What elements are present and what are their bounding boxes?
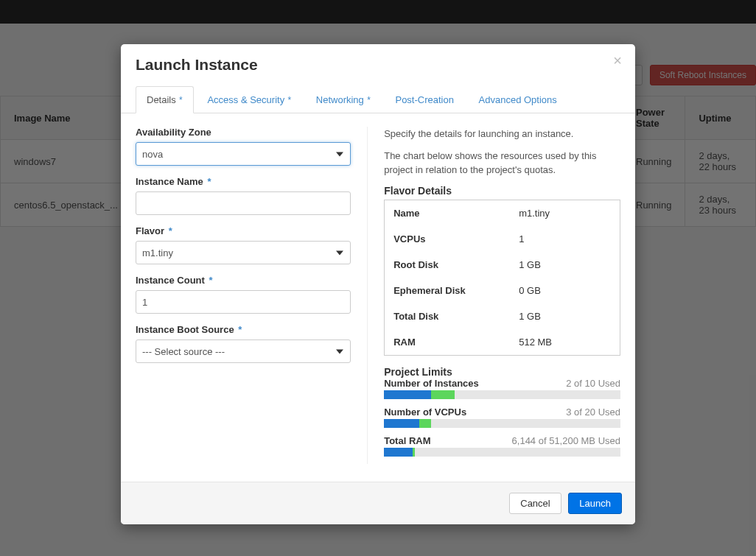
help-text-1: Specify the details for launching an ins… — [384, 127, 620, 141]
modal-tabs: Details * Access & Security * Networking… — [121, 85, 635, 113]
boot-source-label: Instance Boot Source * — [136, 324, 351, 335]
tab-details-label: Details — [147, 94, 176, 105]
instance-name-field[interactable] — [136, 191, 351, 215]
bar-used — [384, 390, 431, 399]
help-text-2: The chart below shows the resources used… — [384, 149, 620, 177]
modal-body: Availability Zone nova Instance Name * F… — [121, 113, 635, 482]
tab-post-label: Post-Creation — [395, 94, 453, 105]
limit-ram-bar — [384, 448, 620, 457]
availability-zone-label: Availability Zone — [136, 127, 351, 138]
close-icon[interactable]: × — [613, 53, 622, 68]
bar-used — [384, 419, 419, 428]
flavor-row-vcpus: VCPUs1 — [385, 226, 620, 252]
tab-advanced-label: Advanced Options — [479, 94, 557, 105]
flavor-row-totaldisk: Total Disk1 GB — [385, 303, 620, 329]
flavor-details-table: Namem1.tiny VCPUs1 Root Disk1 GB Ephemer… — [384, 200, 620, 356]
flavor-row-ram: RAM512 MB — [385, 329, 620, 355]
tab-advanced-options[interactable]: Advanced Options — [468, 86, 568, 113]
modal-overlay[interactable]: Launch Instance × Details * Access & Sec… — [0, 0, 756, 556]
tab-post-creation[interactable]: Post-Creation — [384, 86, 464, 113]
form-column: Availability Zone nova Instance Name * F… — [136, 127, 351, 464]
limit-vcpus-bar — [384, 419, 620, 428]
required-icon: * — [177, 95, 183, 105]
limit-instances-bar — [384, 390, 620, 399]
tab-access-security[interactable]: Access & Security * — [196, 86, 302, 113]
flavor-select[interactable]: m1.tiny — [136, 241, 351, 264]
flavor-row-name: Namem1.tiny — [385, 200, 620, 226]
availability-zone-select[interactable]: nova — [136, 142, 351, 166]
required-icon: * — [365, 95, 371, 105]
info-column: Specify the details for launching an ins… — [367, 127, 620, 464]
bar-used — [384, 448, 412, 457]
required-icon: * — [285, 95, 291, 105]
limit-ram: Total RAM6,144 of 51,200 MB Used — [384, 435, 620, 457]
tab-networking[interactable]: Networking * — [305, 86, 382, 113]
bar-added — [431, 390, 455, 399]
limit-vcpus: Number of VCPUs3 of 20 Used — [384, 407, 620, 428]
tab-networking-label: Networking — [316, 94, 364, 105]
project-limits-heading: Project Limits — [384, 366, 620, 378]
flavor-row-rootdisk: Root Disk1 GB — [385, 252, 620, 278]
launch-instance-modal: Launch Instance × Details * Access & Sec… — [121, 44, 635, 524]
bar-added — [413, 448, 415, 457]
tab-access-label: Access & Security — [207, 94, 284, 105]
flavor-details-heading: Flavor Details — [384, 185, 620, 197]
flavor-label: Flavor * — [136, 225, 351, 236]
boot-source-select[interactable]: --- Select source --- — [136, 339, 351, 363]
tab-details[interactable]: Details * — [136, 86, 194, 113]
instance-count-label: Instance Count * — [136, 275, 351, 286]
bar-added — [419, 419, 431, 428]
cancel-button[interactable]: Cancel — [509, 493, 561, 514]
modal-header: Launch Instance × — [121, 44, 635, 81]
modal-footer: Cancel Launch — [121, 482, 635, 524]
instance-name-label: Instance Name * — [136, 176, 351, 187]
modal-title: Launch Instance — [136, 56, 620, 74]
flavor-row-ephdisk: Ephemeral Disk0 GB — [385, 278, 620, 303]
launch-button[interactable]: Launch — [568, 493, 622, 514]
instance-count-field[interactable] — [136, 290, 351, 314]
limit-instances: Number of Instances2 of 10 Used — [384, 378, 620, 399]
